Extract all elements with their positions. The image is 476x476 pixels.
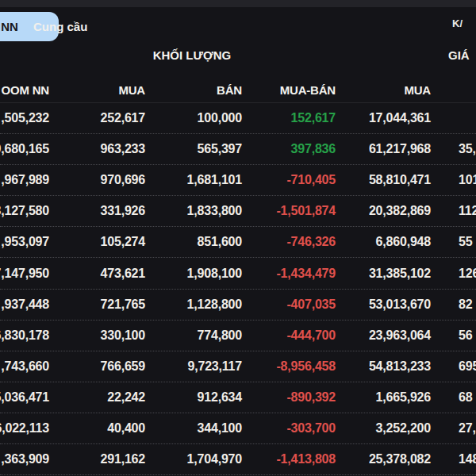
cell-mua-ban: -303,700 (286, 421, 336, 436)
cell-gia-mua: 31,385,102 (369, 267, 431, 281)
cell-ban: 344,100 (198, 421, 242, 436)
cell-mua: 970,696 (101, 173, 145, 187)
cell-mua: 40,400 (107, 421, 145, 436)
supply-demand-panel: NN Cung cầu K/ KHỐI LƯỢNG GIÁ OOM NN MUA… (0, 0, 476, 476)
cell-gia-next: 82 (459, 298, 472, 312)
cell-gia-next: 27, (459, 421, 476, 436)
cell-mua: 22,242 (107, 390, 145, 405)
table-body: ,505,232252,617100,000152,61717,044,3619… (0, 103, 476, 475)
table-row[interactable]: ,967,989970,6961,681,101-710,40558,810,4… (0, 165, 476, 196)
cell-mua-ban: -890,392 (286, 390, 336, 405)
cell-ban: 1,128,800 (187, 298, 242, 312)
cell-ban: 851,600 (198, 235, 242, 249)
cell-mua-ban: -1,434,479 (276, 267, 336, 281)
cell-mua-ban: -8,956,458 (276, 359, 336, 374)
cell-room-nn: ,363,909 (1, 452, 49, 466)
cell-gia-mua: 17,044,361 (369, 111, 431, 125)
cell-mua-ban: -1,501,874 (276, 204, 336, 218)
group-header-value: GIÁ (448, 48, 470, 62)
cell-mua-ban: -1,413,808 (276, 452, 336, 466)
cell-mua-ban: -710,405 (286, 173, 336, 187)
cell-gia-next: 148 (459, 452, 476, 466)
cell-gia-next: 126, (459, 267, 476, 281)
column-header-mua[interactable]: MUA (118, 83, 145, 96)
group-header-volume: KHỐI LƯỢNG (113, 48, 271, 62)
column-header-row: OOM NN MUA BÁN MUA-BÁN MUA (0, 76, 476, 102)
cell-room-nn: 9,680,165 (0, 142, 49, 156)
cell-ban: 1,681,101 (187, 173, 242, 187)
cell-mua-ban: -407,035 (286, 298, 336, 312)
tab-cung-cau[interactable]: Cung cầu (33, 19, 87, 35)
table-row[interactable]: ,505,232252,617100,000152,61717,044,361 (0, 103, 476, 134)
cell-gia-mua: 54,813,233 (369, 359, 431, 374)
volume-unit-toggle[interactable]: K/ (452, 17, 463, 29)
cell-gia-mua: 25,378,082 (369, 452, 431, 466)
cell-ban: 912,634 (198, 390, 242, 405)
cell-ban: 1,704,970 (187, 452, 242, 466)
cell-gia-mua: 20,382,869 (369, 204, 431, 218)
column-header-room-nn[interactable]: OOM NN (2, 83, 49, 96)
cell-mua-ban: -746,326 (286, 235, 336, 249)
cell-room-nn: 5,036,471 (0, 390, 49, 405)
cell-room-nn: 6,022,113 (0, 421, 49, 436)
cell-room-nn: 6,830,178 (0, 328, 49, 343)
table-row[interactable]: 6,022,11340,400344,100-303,7003,252,2002… (0, 413, 476, 444)
cell-ban: 1,833,800 (187, 204, 242, 218)
cell-room-nn: ,937,448 (1, 298, 49, 312)
cell-gia-next: 35, (459, 142, 476, 156)
cell-gia-mua: 23,963,064 (369, 328, 431, 343)
cell-mua: 721,765 (101, 298, 145, 312)
cell-room-nn: 3,127,580 (0, 204, 49, 218)
table-row[interactable]: 3,127,580331,9261,833,800-1,501,87420,38… (0, 196, 476, 227)
cell-mua-ban: -444,700 (286, 328, 336, 343)
cell-gia-mua: 61,217,968 (369, 142, 431, 156)
cell-ban: 774,800 (198, 328, 242, 343)
cell-mua: 330,100 (101, 328, 145, 343)
cell-gia-next: 695 (459, 359, 476, 374)
table-row[interactable]: ,743,660766,6599,723,117-8,956,45854,813… (0, 351, 476, 382)
cell-mua-ban: 397,836 (291, 142, 336, 156)
top-strip (0, 0, 476, 7)
cell-room-nn: ,953,097 (1, 235, 49, 249)
cell-mua: 252,617 (101, 111, 145, 125)
cell-room-nn: ,967,989 (1, 173, 49, 187)
cell-gia-mua: 53,013,670 (369, 298, 431, 312)
table-row[interactable]: 6,830,178330,100774,800-444,70023,963,06… (0, 321, 476, 351)
cell-mua: 766,659 (101, 359, 145, 374)
cell-mua-ban: 152,617 (291, 111, 336, 125)
cell-gia-next: 101, (459, 173, 476, 187)
table-row[interactable]: ,363,909291,1621,704,970-1,413,80825,378… (0, 444, 476, 475)
table-row[interactable]: 5,036,47122,242912,634-890,3921,665,9266… (0, 382, 476, 413)
cell-gia-mua: 1,665,926 (376, 390, 431, 405)
tab-nn-label: NN (1, 20, 18, 33)
cell-mua: 963,233 (101, 142, 145, 156)
cell-mua: 473,621 (101, 267, 145, 281)
cell-gia-mua: 6,860,948 (376, 235, 431, 249)
cell-ban: 100,000 (198, 111, 242, 125)
table-row[interactable]: 7,147,950473,6211,908,100-1,434,47931,38… (0, 258, 476, 289)
column-header-mua-ban[interactable]: MUA-BÁN (280, 83, 336, 96)
cell-gia-mua: 3,252,200 (376, 421, 431, 436)
cell-room-nn: 7,147,950 (0, 267, 49, 281)
cell-gia-next: 55 (459, 235, 472, 249)
table-row[interactable]: 9,680,165963,233565,397397,83661,217,968… (0, 134, 476, 165)
cell-ban: 1,908,100 (187, 267, 242, 281)
cell-mua: 331,926 (101, 204, 145, 218)
cell-gia-next: 112, (459, 204, 476, 218)
cell-gia-next: 68 (459, 390, 472, 405)
cell-ban: 9,723,117 (188, 359, 243, 374)
cell-mua: 291,162 (101, 452, 145, 466)
cell-mua: 105,274 (101, 235, 145, 249)
table-row[interactable]: ,937,448721,7651,128,800-407,03553,013,6… (0, 290, 476, 321)
table-row[interactable]: ,953,097105,274851,600-746,3266,860,9485… (0, 227, 476, 258)
column-header-gia-mua[interactable]: MUA (404, 83, 431, 96)
cell-gia-mua: 58,810,471 (369, 173, 431, 187)
column-header-ban[interactable]: BÁN (217, 83, 242, 96)
cell-ban: 565,397 (198, 142, 242, 156)
cell-room-nn: ,743,660 (1, 359, 49, 374)
cell-gia-next: 56 (459, 328, 472, 343)
cell-room-nn: ,505,232 (1, 111, 49, 125)
